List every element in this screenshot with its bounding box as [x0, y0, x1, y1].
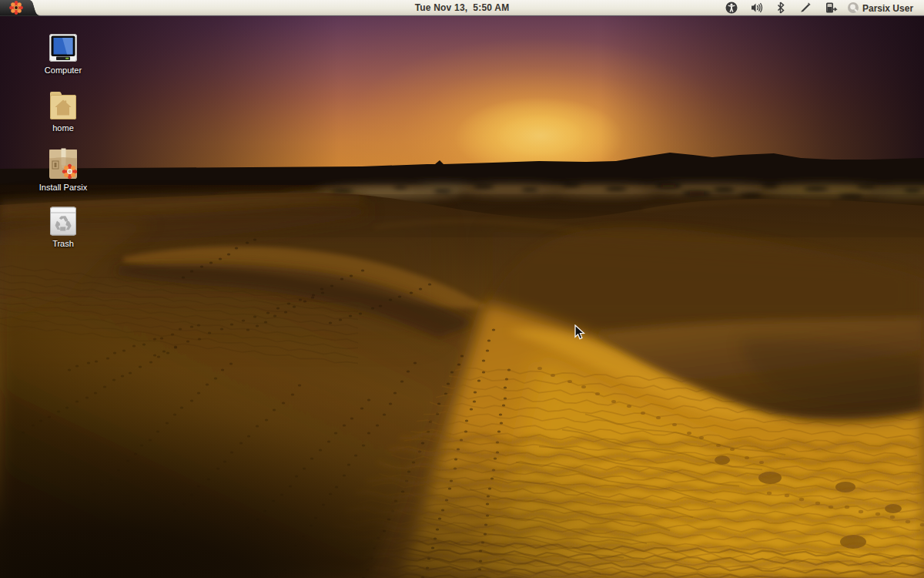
svg-text:Parsix User: Parsix User — [862, 3, 913, 14]
